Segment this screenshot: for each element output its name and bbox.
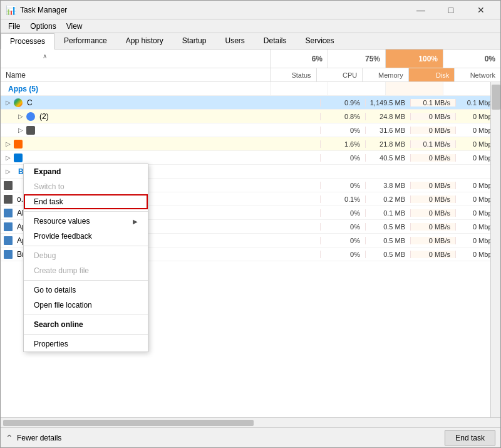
ctx-open-file-location[interactable]: Open file location (24, 298, 148, 313)
col-disk-label[interactable]: Disk (408, 68, 455, 81)
sort-arrow: ∧ (43, 53, 47, 60)
col-name-label[interactable]: Name (1, 68, 270, 81)
row-cpu: 0% (320, 223, 365, 231)
vertical-scrollbar[interactable] (490, 82, 500, 417)
row-app-name: (2) (39, 112, 49, 121)
row-memory: 3.8 MB (365, 182, 410, 189)
titlebar-left: 📊 Task Manager (6, 5, 67, 15)
expand-icon[interactable]: ▷ (3, 98, 13, 108)
fewer-details-button[interactable]: ⌃ Fewer details (6, 433, 61, 443)
row-disk: 0 MB/s (410, 237, 455, 244)
apps-section-header: Apps (5) (1, 82, 500, 96)
tab-users[interactable]: Users (215, 33, 254, 49)
tab-processes[interactable]: Processes (1, 33, 54, 49)
row-memory: 1,149.5 MB (365, 99, 410, 107)
row-memory: 0.2 MB (365, 195, 410, 203)
close-button[interactable]: ✕ (467, 1, 495, 19)
scrollbar-thumb[interactable] (492, 85, 500, 110)
ctx-sep-3 (24, 280, 148, 281)
menu-file[interactable]: File (3, 21, 25, 32)
ctx-sep-1 (24, 211, 148, 212)
col-network-label[interactable]: Network (454, 68, 500, 81)
ctx-provide-feedback[interactable]: Provide feedback (24, 229, 148, 244)
row-disk: 0.1 MB/s (410, 99, 455, 107)
app-icon-sub2 (26, 125, 36, 135)
ctx-resource-values[interactable]: Resource values ▶ (24, 214, 148, 229)
table-row[interactable]: ▷ C 0.9% 1,149.5 MB 0.1 MB/s 0.1 Mbps (1, 96, 500, 110)
row-memory: 0.5 MB (365, 223, 410, 231)
ctx-switch-to: Switch to (24, 179, 148, 194)
memory-usage: 75% (328, 49, 385, 68)
task-manager-window: 📊 Task Manager — □ ✕ File Options View P… (0, 0, 501, 448)
row-cpu: 0% (320, 237, 365, 244)
titlebar-title: Task Manager (20, 6, 67, 14)
table-row[interactable]: ▷ 0% 40.5 MB 0 MB/s 0 Mbps (1, 151, 500, 165)
row-disk: 0 MB/s (410, 154, 455, 162)
fewer-details-label: Fewer details (17, 434, 61, 442)
row-app-name: C (27, 98, 33, 107)
cpu-usage: 6% (270, 49, 328, 68)
row-memory: 21.8 MB (365, 140, 410, 148)
row-cpu: 1.6% (320, 140, 365, 148)
svc-icon (3, 236, 13, 246)
col-memory-label[interactable]: Memory (362, 68, 408, 81)
h-scrollbar-thumb[interactable] (3, 420, 254, 426)
app-icon-4 (13, 139, 23, 149)
table-row[interactable]: ▷ 0% 31.6 MB 0 MB/s 0 Mbps (1, 123, 500, 137)
row-name: ▷ (1, 153, 270, 163)
resource-name-area: ∧ (1, 49, 270, 68)
row-disk: 0 MB/s (410, 251, 455, 258)
minimize-button[interactable]: — (406, 1, 435, 19)
row-name: ▷ C (1, 98, 270, 108)
row-memory: 31.6 MB (365, 127, 410, 134)
main-content: ∧ 6% 75% 100% 0% Name Status CPU Memory … (1, 49, 500, 427)
chevron-down-icon: ⌃ (6, 433, 13, 443)
row-name: ▷ (1, 139, 270, 149)
expand-icon[interactable]: ▷ (16, 112, 26, 122)
menu-options[interactable]: Options (25, 21, 61, 32)
tab-details[interactable]: Details (254, 33, 296, 49)
resource-usage-row: ∧ 6% 75% 100% 0% (1, 49, 500, 68)
ctx-go-to-details[interactable]: Go to details (24, 283, 148, 298)
table-row[interactable]: ▷ 1.6% 21.8 MB 0.1 MB/s 0 Mbps (1, 137, 500, 151)
tab-performance[interactable]: Performance (54, 33, 116, 49)
row-disk: 0 MB/s (410, 113, 455, 120)
row-cpu: 0% (320, 127, 365, 134)
ctx-sep-4 (24, 315, 148, 315)
bg-expand-icon[interactable]: ▷ (3, 167, 13, 177)
ctx-create-dump: Create dump file (24, 263, 148, 278)
table-row[interactable]: ▷ (2) 0.8% 24.8 MB 0 MB/s 0 Mbps (1, 110, 500, 123)
bottombar: ⌃ Fewer details End task (1, 427, 500, 447)
svc-icon (3, 180, 13, 190)
menu-view[interactable]: View (61, 21, 88, 32)
sort-indicator: ∧ (1, 49, 88, 62)
tab-services[interactable]: Services (296, 33, 344, 49)
row-cpu: 0.8% (320, 113, 365, 120)
network-usage: 0% (443, 49, 500, 68)
row-cpu: 0.9% (320, 99, 365, 107)
tab-startup[interactable]: Startup (173, 33, 216, 49)
column-labels-row: Name Status CPU Memory Disk Network (1, 68, 500, 82)
ctx-end-task[interactable]: End task (24, 194, 148, 209)
tab-app-history[interactable]: App history (116, 33, 173, 49)
svc-icon (3, 194, 13, 204)
expand-icon[interactable]: ▷ (3, 139, 13, 149)
end-task-button[interactable]: End task (445, 430, 495, 445)
apps-section-label: Apps (5) (3, 85, 38, 93)
ctx-properties[interactable]: Properties (24, 336, 148, 352)
app-icon-5 (13, 153, 23, 163)
expand-icon[interactable]: ▷ (3, 153, 13, 163)
app-icon: 📊 (6, 5, 16, 15)
ctx-expand[interactable]: Expand (24, 164, 148, 179)
app-icon-sub (26, 112, 36, 122)
col-status-label[interactable]: Status (270, 68, 316, 81)
maximize-button[interactable]: □ (436, 1, 465, 19)
submenu-arrow-icon: ▶ (133, 218, 138, 225)
horizontal-scrollbar[interactable] (1, 417, 500, 427)
ctx-search-online[interactable]: Search online (24, 317, 148, 332)
expand-icon[interactable]: ▷ (16, 125, 26, 135)
svc-icon (3, 208, 13, 218)
col-cpu-label[interactable]: CPU (316, 68, 363, 81)
menubar: File Options View (1, 19, 500, 33)
row-cpu: 0% (320, 251, 365, 258)
